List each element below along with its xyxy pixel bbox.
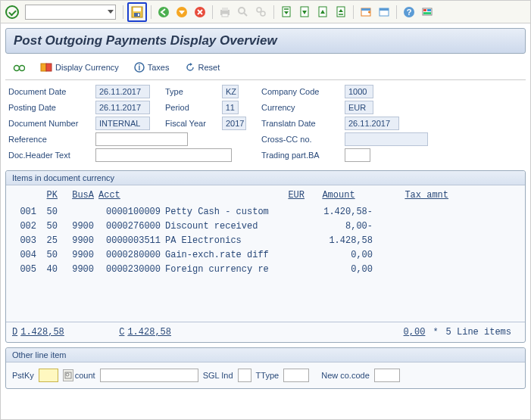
svg-point-30 (14, 66, 20, 71)
col-acct: Acct (94, 190, 161, 201)
svg-rect-33 (41, 64, 46, 71)
header-form: Document Date 26.11.2017 Type KZ Company… (1, 83, 530, 166)
cell-busa: 9900 (58, 221, 94, 232)
save-button[interactable] (130, 5, 145, 20)
first-page-button[interactable] (278, 4, 295, 20)
newco-label: New co.code (321, 371, 370, 380)
cell-busa: 9900 (58, 264, 94, 275)
layout-button[interactable] (376, 4, 392, 20)
cell-pk: 40 (36, 264, 58, 275)
account-input[interactable] (100, 369, 198, 382)
search-help-icon (64, 372, 72, 379)
taxes-label: Taxes (148, 63, 170, 72)
sap-window: ? Post Outgoing Payments Display Overvie… (0, 0, 531, 420)
print-button[interactable] (217, 4, 233, 20)
cell-acct: 0000280000 (94, 250, 161, 260)
svg-point-38 (66, 373, 69, 376)
find-icon (237, 6, 249, 18)
table-row[interactable]: 0025099000000276000Discount received8,00… (12, 221, 519, 232)
reference-label: Reference (8, 135, 95, 144)
pstky-input[interactable] (39, 369, 58, 382)
choose-button[interactable] (8, 60, 30, 75)
title-bar: Post Outgoing Payments Display Overview (5, 28, 526, 54)
exit-button[interactable] (173, 4, 190, 20)
items-header-row: PK BusA Acct EUR Amount Tax amnt (12, 190, 519, 201)
newco-input[interactable] (374, 369, 400, 382)
reset-button[interactable]: Reset (180, 61, 225, 74)
svg-rect-34 (46, 64, 52, 71)
cell-desc: PA Electronics (161, 235, 274, 246)
cell-tax (373, 250, 448, 260)
items-groupbox: Items in document currency PK BusA Acct … (5, 170, 526, 343)
table-row[interactable]: 0045099000000280000Gain-exch.rate diff0,… (12, 250, 519, 260)
trading-ba-input[interactable] (345, 148, 370, 162)
svg-point-13 (261, 11, 265, 16)
save-highlight (127, 2, 147, 22)
back-button[interactable] (155, 4, 172, 20)
cell-pk: 50 (36, 221, 58, 232)
customize-button[interactable] (419, 4, 436, 20)
last-page-button[interactable] (333, 4, 349, 20)
cell-tax (373, 221, 448, 232)
separator (353, 5, 354, 19)
svg-point-31 (20, 66, 25, 71)
pstky-label: PstKy (12, 371, 34, 380)
svg-text:i: i (138, 64, 140, 72)
col-busa: BusA (58, 190, 94, 201)
glasses-icon (13, 61, 25, 73)
svg-point-4 (158, 7, 169, 17)
display-currency-button[interactable]: Display Currency (36, 60, 123, 75)
cell-pk: 50 (36, 250, 58, 260)
table-row[interactable]: 0032599000000003511PA Electronics1.428,5… (12, 235, 519, 246)
col-amount: Amount (305, 190, 373, 201)
other-line-item-title: Other line item (6, 348, 525, 362)
cell-tax (373, 264, 448, 275)
pstky-search-help[interactable] (63, 369, 73, 381)
reference-input[interactable] (95, 132, 188, 146)
crosscc-label: Cross-CC no. (261, 135, 345, 144)
table-row[interactable]: 0054099000000230000Foreign currency re0,… (12, 264, 519, 275)
cancel-button[interactable] (192, 4, 208, 20)
next-page-button[interactable] (314, 4, 331, 20)
svg-rect-1 (133, 8, 141, 11)
prev-page-button[interactable] (296, 4, 313, 20)
currency-icon (40, 61, 52, 73)
svg-rect-3 (138, 14, 139, 16)
cell-amount: 0,00 (274, 264, 373, 275)
enter-button[interactable] (4, 4, 20, 20)
col-cur: EUR (274, 190, 305, 201)
items-footer: D 1.428,58 C 1.428,58 0,00 * 5 Line item… (6, 322, 525, 342)
ttype-input[interactable] (283, 369, 309, 382)
svg-text:?: ? (407, 8, 412, 17)
find-button[interactable] (235, 4, 251, 20)
separator (151, 5, 151, 19)
print-icon (219, 6, 231, 18)
page-title: Post Outgoing Payments Display Overview (14, 33, 517, 48)
svg-point-12 (257, 8, 261, 12)
application-toolbar: Display Currency i Taxes Reset (5, 58, 526, 80)
sgl-ind-label: SGL Ind (203, 371, 233, 380)
prev-page-icon (298, 6, 311, 18)
debit-amount: 1.428,58 (20, 327, 73, 338)
svg-point-10 (239, 8, 245, 14)
new-session-button[interactable] (358, 4, 374, 20)
doc-date-value: 26.11.2017 (95, 85, 150, 98)
cancel-icon (194, 6, 206, 18)
find-next-button[interactable] (253, 4, 270, 20)
col-pk: PK (36, 190, 58, 201)
help-button[interactable]: ? (401, 4, 417, 20)
system-toolbar: ? (1, 1, 530, 23)
command-field[interactable] (25, 5, 116, 20)
docheader-input[interactable] (95, 148, 232, 162)
credit-amount: 1.428,58 (127, 327, 180, 338)
sgl-ind-input[interactable] (238, 369, 251, 382)
cell-idx: 001 (12, 207, 36, 217)
table-row[interactable]: 001500000100009Petty Cash - custom1.420,… (12, 207, 519, 217)
display-currency-label: Display Currency (55, 63, 119, 72)
taxes-button[interactable]: i Taxes (130, 61, 174, 74)
svg-rect-28 (427, 9, 431, 11)
type-value: KZ (222, 85, 239, 98)
cell-acct: 0000276000 (94, 221, 161, 232)
other-line-item-groupbox: Other line item PstKy count SGL Ind TTyp… (5, 347, 526, 389)
credit-label: C (119, 327, 124, 338)
